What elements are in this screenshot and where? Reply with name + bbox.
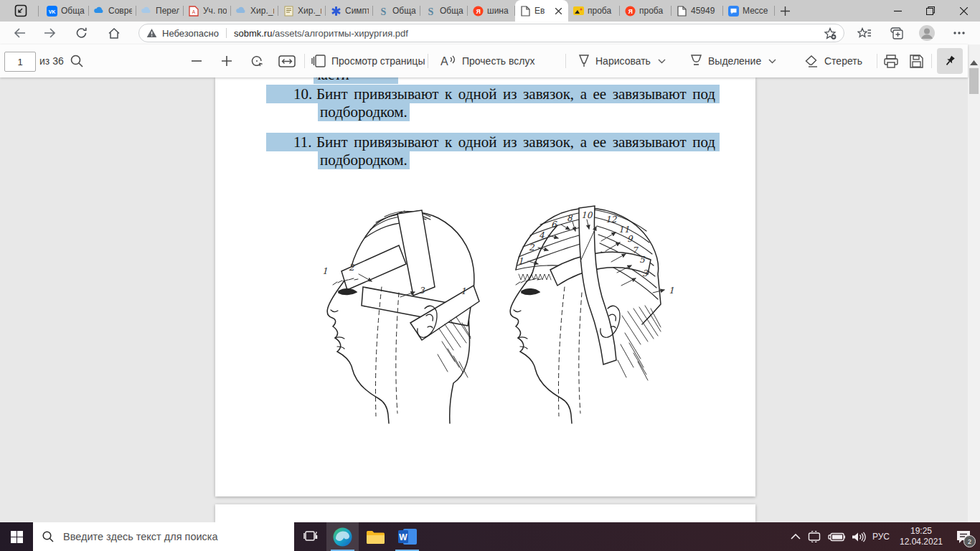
close-window-button[interactable] (947, 0, 980, 22)
draw-button[interactable]: Нарисовать (578, 44, 666, 77)
tab-shina[interactable]: Я шина к (468, 0, 515, 22)
favorites-list-icon (857, 27, 872, 39)
minimize-button[interactable] (881, 0, 914, 22)
eraser-icon (805, 55, 819, 67)
new-tab-button[interactable] (775, 1, 795, 21)
fit-width-button[interactable] (278, 44, 296, 77)
cloud-icon (93, 5, 105, 17)
more-menu-button[interactable] (950, 24, 969, 42)
edge-taskbar-button[interactable] (326, 522, 359, 551)
tab-obshchaya-vk[interactable]: VK Общая (42, 0, 89, 22)
pdf-viewer[interactable]: части головы. 10. Бинт привязывают к одн… (0, 77, 968, 522)
tab-proba-img[interactable]: проба (568, 0, 620, 22)
file-explorer-button[interactable] (359, 522, 391, 551)
collections-icon (890, 27, 903, 39)
tab-active-ev[interactable]: Ев (515, 0, 568, 22)
taskbar-search-input[interactable] (62, 530, 280, 543)
refresh-icon (76, 27, 88, 39)
windows-logo-icon (11, 531, 23, 543)
task-view-button[interactable] (294, 522, 326, 551)
add-favorite-button[interactable] (824, 27, 837, 39)
tab-label: Перел (156, 6, 179, 16)
tab-perel[interactable]: Перел (136, 0, 184, 22)
toolbar-separator (931, 54, 932, 68)
highlighted-text: Бинт привязывают к одной из завязок, а е… (316, 85, 715, 103)
page-view-button[interactable]: Просмотр страницы (311, 44, 425, 77)
maximize-button[interactable] (914, 0, 947, 22)
tab-sovre[interactable]: Совре (89, 0, 136, 22)
highlight-label: Выделение (708, 55, 761, 67)
page-number-input[interactable] (4, 52, 36, 72)
collections-button[interactable] (887, 24, 906, 42)
address-bar[interactable]: Небезопасно sobmk.ru/assets/алгоритмы-хи… (138, 24, 844, 42)
start-button[interactable] (0, 522, 33, 551)
tab-label: Совре (108, 6, 132, 16)
tab-close-icon[interactable] (552, 5, 564, 17)
svg-text:12: 12 (606, 215, 618, 225)
back-arrow-icon (14, 28, 26, 38)
plus-icon (221, 55, 232, 67)
tab-uch-po[interactable]: A Уч. по (184, 0, 231, 22)
zoom-in-button[interactable] (221, 44, 232, 77)
svg-text:11: 11 (618, 225, 629, 235)
home-button[interactable] (105, 24, 123, 42)
tab-label: Уч. по (203, 6, 227, 16)
tab-label: Хир._м (250, 6, 274, 16)
svg-text:Я: Я (628, 8, 632, 15)
word-taskbar-button[interactable]: W (391, 522, 423, 551)
svg-text:S: S (428, 6, 433, 17)
svg-text:9: 9 (627, 234, 633, 244)
taskbar-search[interactable] (33, 522, 294, 551)
read-aloud-button[interactable]: A Прочесть вслух (440, 44, 534, 77)
highlight-button[interactable]: Выделение (690, 44, 776, 77)
cast-tray-icon[interactable] (807, 531, 821, 542)
svg-text:A: A (192, 9, 196, 14)
tab-simpt[interactable]: Симпт (326, 0, 373, 22)
erase-button[interactable]: Стереть (805, 44, 862, 77)
notification-center-button[interactable]: 2 (953, 526, 974, 547)
pdf-search-button[interactable] (70, 44, 83, 77)
tab-label: проба (639, 6, 667, 16)
pdf-scrollbar[interactable] (968, 44, 980, 522)
clipped-text-line: части головы. (314, 77, 398, 84)
tab-khir-m-2[interactable]: Хир._м (278, 0, 326, 22)
print-button[interactable] (884, 44, 898, 77)
language-indicator[interactable]: РУС (872, 532, 890, 542)
forward-button[interactable] (40, 24, 59, 42)
profile-avatar[interactable] (918, 24, 936, 42)
chevron-down-icon (658, 59, 666, 64)
volume-icon[interactable] (852, 532, 866, 542)
tray-expand-icon[interactable] (791, 534, 801, 540)
bandage-figure: 1 2 3 1 1 2 4 6 8 10 12 11 9 7 (290, 201, 686, 425)
text-doc-icon (283, 5, 294, 17)
tab-messe[interactable]: Мессе (723, 0, 775, 22)
url-path: /assets/алгоритмы-хирургия.pdf (272, 28, 408, 39)
refresh-button[interactable] (72, 24, 91, 42)
save-button[interactable] (910, 44, 923, 77)
vertical-tabs-button[interactable] (10, 2, 32, 19)
cloud-icon (141, 5, 152, 17)
zoom-out-button[interactable] (191, 44, 202, 77)
scroll-up-icon[interactable] (970, 60, 978, 65)
favorites-button[interactable] (855, 24, 874, 42)
highlighted-text: подбородком. (318, 103, 410, 121)
read-aloud-icon: A (440, 55, 456, 67)
back-button[interactable] (10, 24, 29, 42)
plus-icon (781, 6, 790, 16)
scrollbar-thumb[interactable] (969, 68, 979, 94)
highlighter-icon (690, 55, 702, 67)
rotate-button[interactable] (250, 44, 264, 77)
tab-khir-m-1[interactable]: Хир._м (231, 0, 278, 22)
battery-charging-icon[interactable] (828, 532, 845, 542)
pdf-page: части головы. 10. Бинт привязывают к одн… (215, 77, 755, 496)
yandex-icon: Я (624, 5, 636, 17)
tab-45949[interactable]: 45949 (672, 0, 723, 22)
tab-proba-ya[interactable]: Я проба (620, 0, 672, 22)
pin-toolbar-button[interactable] (937, 48, 963, 74)
clock[interactable]: 19:25 12.04.2021 (896, 526, 946, 547)
tab-obshchaya-s1[interactable]: S Общая (373, 0, 420, 22)
security-warning-icon (146, 28, 157, 38)
add-favorite-star-icon (824, 27, 837, 39)
tab-obshchaya-s2[interactable]: S Общая (420, 0, 468, 22)
tab-label: 45949 (691, 6, 719, 16)
